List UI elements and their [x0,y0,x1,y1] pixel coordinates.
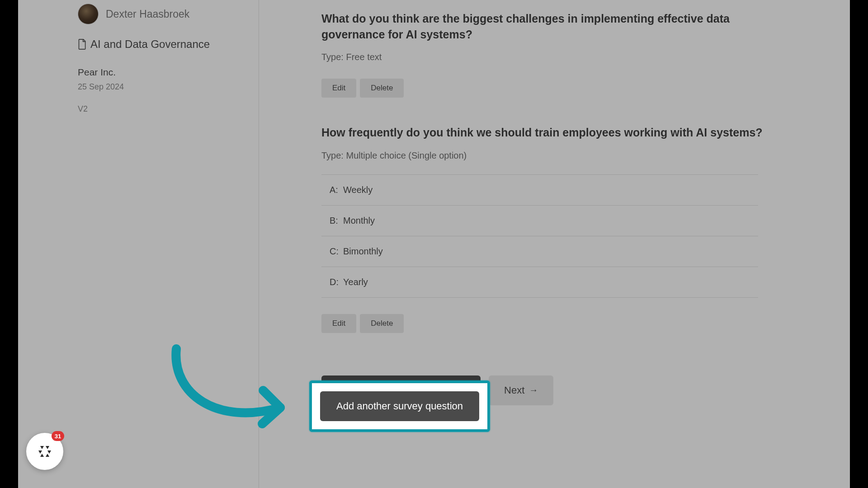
arrow-right-icon: → [529,385,538,395]
delete-button[interactable]: Delete [360,314,404,333]
option-key: B: [330,216,343,226]
document-version: V2 [18,92,259,114]
option-row: C: Bimonthly [321,236,758,267]
question-type-label: Type: Free text [321,42,850,62]
next-button[interactable]: Next → [489,375,553,405]
svg-marker-4 [40,454,44,457]
help-fab-logo-icon [36,442,54,460]
option-value: Weekly [343,185,373,195]
question-actions: Edit Delete [321,62,850,98]
user-row: Dexter Haasbroek [18,4,259,33]
notification-badge: 31 [52,431,64,441]
question-block-2: How frequently do you think we should tr… [321,98,850,333]
letterbox-right [850,0,868,488]
question-title: What do you think are the biggest challe… [321,11,764,42]
edit-button[interactable]: Edit [321,314,356,333]
document-title-row: AI and Data Governance [18,33,259,51]
option-key: A: [330,185,343,195]
document-title: AI and Data Governance [90,38,210,51]
svg-marker-2 [38,450,42,454]
option-key: D: [330,277,343,287]
svg-marker-3 [47,450,51,454]
letterbox-left [0,0,18,488]
question-title: How frequently do you think we should tr… [321,125,764,141]
option-key: C: [330,246,343,257]
svg-marker-1 [46,446,49,449]
svg-marker-5 [46,454,49,457]
option-value: Bimonthly [343,246,383,257]
option-value: Yearly [343,277,368,287]
company-name: Pear Inc. [18,51,259,78]
question-type-label: Type: Multiple choice (Single option) [321,141,850,161]
tutorial-arrow-icon [167,344,303,441]
avatar[interactable] [78,4,99,24]
option-row: D: Yearly [321,267,758,298]
document-date: 25 Sep 2024 [18,78,259,92]
user-name: Dexter Haasbroek [106,8,189,20]
option-row: A: Weekly [321,175,758,206]
options-table: A: Weekly B: Monthly C: Bimonthly D: Yea… [321,174,758,298]
help-fab[interactable]: 31 [26,433,63,470]
edit-button[interactable]: Edit [321,79,356,98]
option-value: Monthly [343,216,375,226]
svg-marker-0 [40,446,44,449]
option-row: B: Monthly [321,206,758,236]
question-block-1: What do you think are the biggest challe… [321,0,850,98]
add-question-button-highlighted[interactable]: Add another survey question [320,391,479,421]
delete-button[interactable]: Delete [360,79,404,98]
next-button-label: Next [504,385,524,396]
question-actions: Edit Delete [321,298,850,333]
document-icon [78,39,87,50]
tutorial-highlight-frame: Add another survey question [309,380,490,432]
